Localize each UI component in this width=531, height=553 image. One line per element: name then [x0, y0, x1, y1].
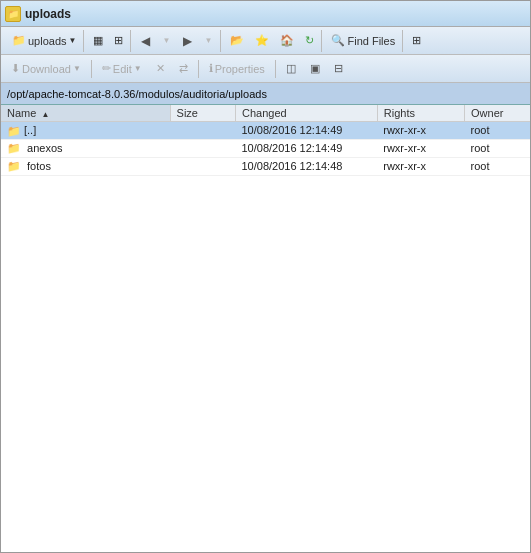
- file-table: Name ▲ Size Changed Rights: [1, 105, 530, 176]
- title-icon: 📁: [5, 6, 21, 22]
- cell-size: [170, 157, 235, 175]
- cell-rights: rwxr-xr-x: [377, 122, 464, 140]
- view-icon: ⊟: [334, 62, 343, 75]
- find-files-btn[interactable]: 🔍 Find Files: [326, 31, 400, 51]
- cell-name: 📁[..]: [1, 122, 170, 140]
- content-area: Name ▲ Size Changed Rights: [1, 105, 530, 552]
- refresh-btn[interactable]: ↻: [300, 31, 319, 51]
- file-list: Name ▲ Size Changed Rights: [1, 105, 530, 552]
- filter2-icon: ⊞: [114, 34, 123, 47]
- download-button[interactable]: ⬇ Download ▼: [5, 59, 87, 79]
- cell-rights: rwxr-xr-x: [377, 157, 464, 175]
- table-row[interactable]: 📁 anexos10/08/2016 12:14:49rwxr-xr-xroot: [1, 139, 530, 157]
- table-header-row: Name ▲ Size Changed Rights: [1, 105, 530, 122]
- folder-icon: 📁: [12, 34, 26, 47]
- cell-owner: root: [465, 139, 530, 157]
- download-icon: ⬇: [11, 62, 20, 75]
- cell-size: [170, 122, 235, 140]
- open-folder-icon: 📂: [230, 34, 244, 47]
- forward-button[interactable]: ▶: [177, 31, 197, 51]
- panel-left-icon: ◫: [286, 62, 296, 75]
- navigation-toolbar: 📁 uploads ▼ ▦ ⊞ ◀ ▼ ▶ ▼ 📂 ⭐: [1, 27, 530, 55]
- table-row[interactable]: 📁 fotos10/08/2016 12:14:48rwxr-xr-xroot: [1, 157, 530, 175]
- address-dropdown[interactable]: 📁 uploads ▼: [7, 31, 81, 51]
- nav-group: ◀ ▼ ▶ ▼: [133, 30, 221, 52]
- folder-nav-group: 📂 ⭐ 🏠 ↻: [223, 30, 322, 52]
- dropdown-btn[interactable]: ▼: [156, 31, 176, 51]
- separator2: [198, 60, 199, 78]
- properties-icon: ℹ: [209, 62, 213, 75]
- find-group: 🔍 Find Files: [324, 30, 403, 52]
- up-icon: 📁: [7, 125, 21, 136]
- extra-btn[interactable]: ⊞: [407, 31, 426, 51]
- cell-owner: root: [465, 157, 530, 175]
- cell-rights: rwxr-xr-x: [377, 139, 464, 157]
- cell-name: 📁 fotos: [1, 157, 170, 175]
- col-header-size[interactable]: Size: [170, 105, 235, 122]
- home-icon: 🏠: [280, 34, 294, 47]
- separator3: [275, 60, 276, 78]
- file-name: fotos: [27, 160, 51, 172]
- delete-button[interactable]: ✕: [150, 59, 171, 79]
- path-bar: /opt/apache-tomcat-8.0.36/modulos/audito…: [1, 83, 530, 105]
- panel-left-btn[interactable]: ◫: [280, 59, 302, 79]
- view-btn[interactable]: ⊟: [328, 59, 349, 79]
- action-toolbar: ⬇ Download ▼ ✏ Edit ▼ ✕ ⇄ ℹ Properties ◫…: [1, 55, 530, 83]
- bookmark-icon: ⭐: [255, 34, 269, 47]
- open-folder-btn[interactable]: 📂: [225, 31, 249, 51]
- col-header-changed[interactable]: Changed: [235, 105, 377, 122]
- panel-right-icon: ▣: [310, 62, 320, 75]
- file-manager-window: 📁 uploads 📁 uploads ▼ ▦ ⊞ ◀ ▼ ▶ ▼: [0, 0, 531, 553]
- transfer-icon: ⇄: [179, 62, 188, 75]
- folder-icon: 📁: [7, 160, 24, 172]
- extra-group: ⊞: [405, 30, 428, 52]
- col-header-rights[interactable]: Rights: [377, 105, 464, 122]
- sort-arrow: ▲: [41, 110, 49, 119]
- filter-icon: ▦: [93, 34, 103, 47]
- panel-right-btn[interactable]: ▣: [304, 59, 326, 79]
- transfer-button[interactable]: ⇄: [173, 59, 194, 79]
- download-arrow: ▼: [73, 64, 81, 73]
- dropdown-arrow: ▼: [69, 36, 77, 45]
- cell-owner: root: [465, 122, 530, 140]
- edit-button[interactable]: ✏ Edit ▼: [96, 59, 148, 79]
- col-header-owner[interactable]: Owner: [465, 105, 530, 122]
- col-header-name[interactable]: Name ▲: [1, 105, 170, 122]
- address-group: 📁 uploads ▼: [5, 30, 84, 52]
- file-name: anexos: [27, 142, 62, 154]
- cell-name: 📁 anexos: [1, 139, 170, 157]
- cell-changed: 10/08/2016 12:14:48: [235, 157, 377, 175]
- title-bar: 📁 uploads: [1, 1, 530, 27]
- folder-icon: 📁: [7, 142, 24, 154]
- cell-changed: 10/08/2016 12:14:49: [235, 122, 377, 140]
- filter-group: ▦ ⊞: [86, 30, 131, 52]
- search-icon: 🔍: [331, 34, 345, 47]
- cell-size: [170, 139, 235, 157]
- delete-icon: ✕: [156, 62, 165, 75]
- bookmark-btn[interactable]: ⭐: [250, 31, 274, 51]
- filter2-btn[interactable]: ⊞: [109, 31, 128, 51]
- edit-arrow: ▼: [134, 64, 142, 73]
- edit-icon: ✏: [102, 62, 111, 75]
- refresh-icon: ↻: [305, 34, 314, 47]
- separator1: [91, 60, 92, 78]
- back-button[interactable]: ◀: [135, 31, 155, 51]
- title-text: uploads: [25, 7, 71, 21]
- cell-changed: 10/08/2016 12:14:49: [235, 139, 377, 157]
- extra-icon: ⊞: [412, 34, 421, 47]
- home-btn[interactable]: 🏠: [275, 31, 299, 51]
- filter-btn[interactable]: ▦: [88, 31, 108, 51]
- table-row[interactable]: 📁[..]10/08/2016 12:14:49rwxr-xr-xroot: [1, 122, 530, 140]
- forward-dropdown-btn[interactable]: ▼: [198, 31, 218, 51]
- path-text: /opt/apache-tomcat-8.0.36/modulos/audito…: [7, 88, 267, 100]
- properties-button[interactable]: ℹ Properties: [203, 59, 271, 79]
